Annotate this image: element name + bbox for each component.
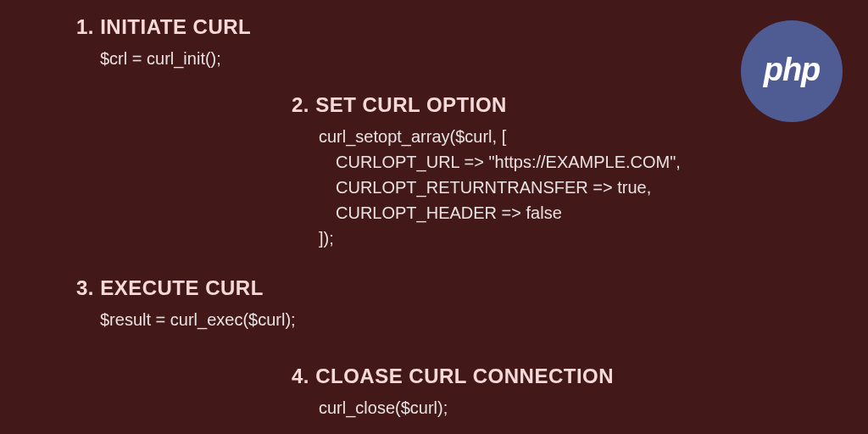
heading-3: 3. EXECUTE CURL bbox=[76, 276, 296, 300]
code-2: curl_setopt_array($curl, [ CURLOPT_URL =… bbox=[292, 124, 681, 251]
code-3-line-0: $result = curl_exec($curl); bbox=[76, 307, 296, 332]
section-close-curl: 4. CLOASE CURL CONNECTION curl_close($cu… bbox=[292, 364, 614, 420]
php-logo-text: php bbox=[764, 52, 821, 88]
code-4-line-0: curl_close($curl); bbox=[292, 395, 614, 420]
heading-2: 2. SET CURL OPTION bbox=[292, 93, 681, 117]
code-2-line-2: CURLOPT_RETURNTRANSFER => true, bbox=[319, 175, 681, 200]
section-initiate-curl: 1. INITIATE CURL $crl = curl_init(); bbox=[76, 15, 251, 71]
heading-1: 1. INITIATE CURL bbox=[76, 15, 251, 39]
php-logo: php bbox=[741, 20, 843, 122]
code-2-line-3: CURLOPT_HEADER => false bbox=[319, 200, 681, 225]
code-1-line-0: $crl = curl_init(); bbox=[76, 46, 251, 71]
heading-4: 4. CLOASE CURL CONNECTION bbox=[292, 364, 614, 388]
code-2-line-0: curl_setopt_array($curl, [ bbox=[319, 124, 681, 149]
section-set-curl-option: 2. SET CURL OPTION curl_setopt_array($cu… bbox=[292, 93, 681, 251]
code-2-line-1: CURLOPT_URL => "https://EXAMPLE.COM", bbox=[319, 149, 681, 175]
code-2-line-4: ]); bbox=[319, 225, 681, 251]
section-execute-curl: 3. EXECUTE CURL $result = curl_exec($cur… bbox=[76, 276, 296, 332]
